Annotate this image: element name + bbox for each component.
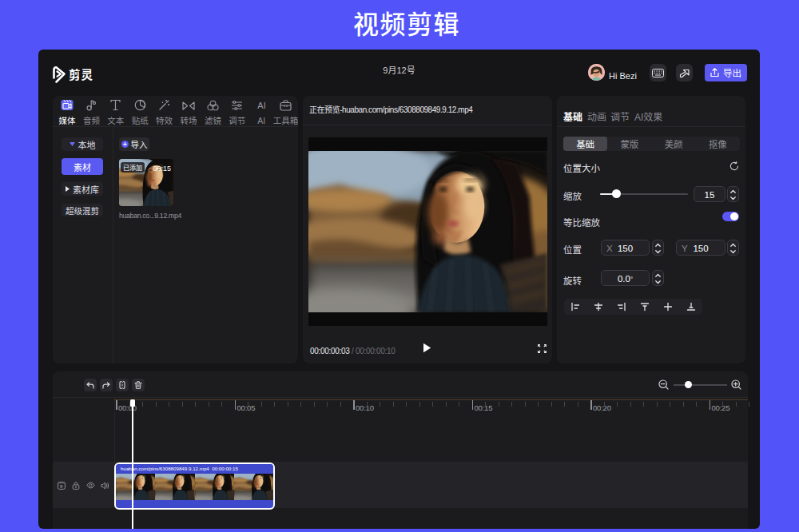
svg-text:AI: AI	[257, 101, 265, 110]
